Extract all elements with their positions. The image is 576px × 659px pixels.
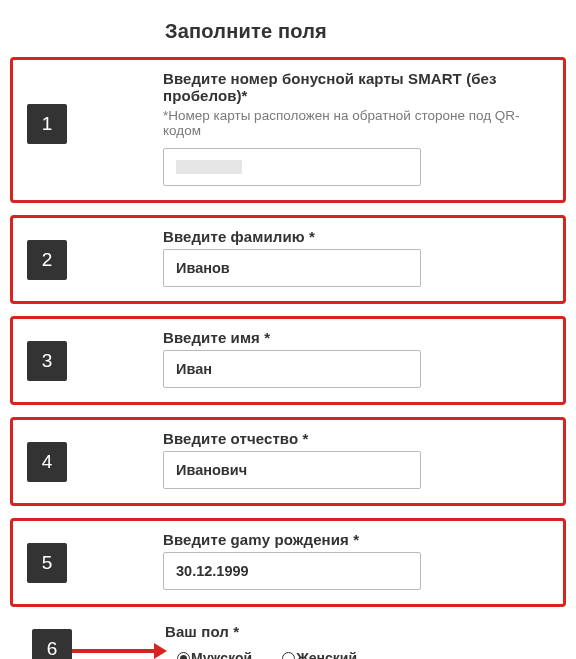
gender-label: Ваш пол *: [165, 623, 566, 640]
card-number-label: Введите номер бонусной карты SMART (без …: [163, 70, 551, 104]
step-6-row: 6 Ваш пол * Мужской Женский: [10, 619, 566, 659]
firstname-input[interactable]: [163, 350, 421, 388]
step-1-box: 1 Введите номер бонусной карты SMART (бе…: [10, 57, 566, 203]
birthdate-label: Введите gamy рождения *: [163, 531, 551, 548]
step-marker-1: 1: [27, 104, 67, 144]
page-title: Заполните поля: [165, 20, 566, 43]
radio-unchecked-icon: [282, 652, 295, 660]
step-marker-5: 5: [27, 543, 67, 583]
surname-label: Введите фамилию *: [163, 228, 551, 245]
step-4-box: 4 Введите отчество *: [10, 417, 566, 506]
input-placeholder-bar: [176, 160, 242, 174]
step-3-box: 3 Введите имя *: [10, 316, 566, 405]
card-number-input[interactable]: [163, 148, 421, 186]
patronymic-input[interactable]: [163, 451, 421, 489]
step-marker-6: 6: [32, 629, 72, 659]
step-2-box: 2 Введите фамилию *: [10, 215, 566, 304]
gender-radio-male[interactable]: Мужской: [177, 650, 252, 659]
step-marker-3: 3: [27, 341, 67, 381]
gender-male-label: Мужской: [191, 650, 252, 659]
gender-female-label: Женский: [296, 650, 357, 659]
arrow-icon: [72, 643, 167, 659]
card-number-hint: *Номер карты расположен на обратной стор…: [163, 108, 551, 138]
radio-checked-icon: [177, 652, 190, 660]
step-marker-4: 4: [27, 442, 67, 482]
gender-radio-female[interactable]: Женский: [282, 650, 357, 659]
patronymic-label: Введите отчество *: [163, 430, 551, 447]
step-marker-2: 2: [27, 240, 67, 280]
birthdate-input[interactable]: [163, 552, 421, 590]
firstname-label: Введите имя *: [163, 329, 551, 346]
step-5-box: 5 Введите gamy рождения *: [10, 518, 566, 607]
surname-input[interactable]: [163, 249, 421, 287]
